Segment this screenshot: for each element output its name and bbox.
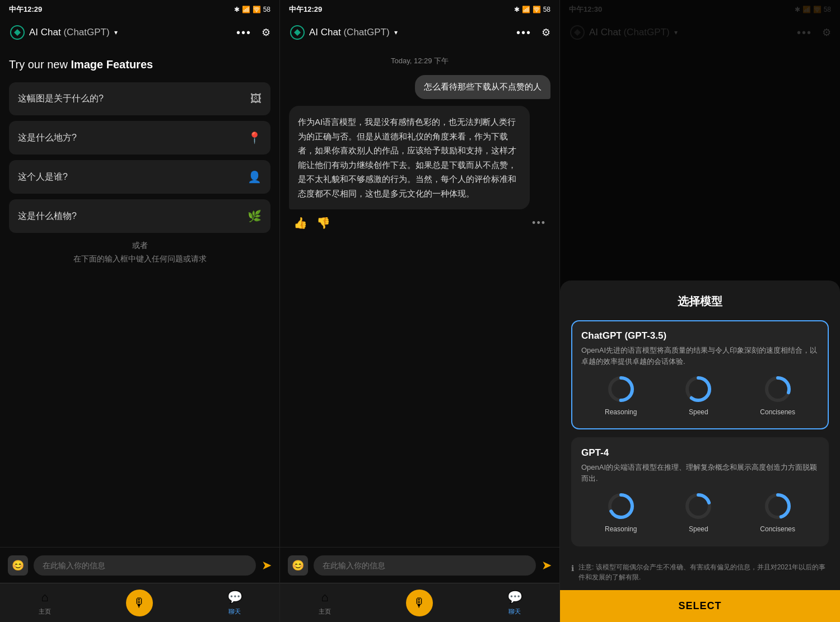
- reasoning-label-1: Reasoning: [605, 525, 637, 533]
- model-card-name-0: ChatGPT (GPT-3.5): [581, 330, 819, 342]
- model-card-desc-0: OpenAI先进的语言模型将高质量的结果与令人印象深刻的速度相结合，以卓越的效率…: [581, 345, 819, 367]
- chat-actions: 👍 👎 •••: [289, 214, 550, 232]
- feature-button-0[interactable]: 这幅图是关于什么的? 🖼: [9, 82, 270, 115]
- model-card-gpt4[interactable]: GPT-4 OpenAI的尖端语言模型在推理、理解复杂概念和展示高度创造力方面脱…: [571, 437, 829, 546]
- dropdown-arrow-1[interactable]: ▾: [114, 29, 118, 36]
- input-row-2: 😊 ➤: [280, 547, 559, 583]
- status-bar-2: 中午12:29 ✱ 📶 🛜 58: [280, 0, 559, 18]
- center-icon-1: 🎙: [126, 590, 153, 616]
- input-avatar-1[interactable]: 😊: [8, 555, 28, 576]
- app-header-1: AI Chat (ChatGPT) ▾ ••• ⚙: [0, 18, 279, 47]
- panel-2: 中午12:29 ✱ 📶 🛜 58 AI Chat (ChatGPT) ▾ •••…: [280, 0, 560, 622]
- model-metrics-0: Reasoning Speed: [581, 375, 819, 416]
- bottom-nav-2: ⌂ 主页 🎙 💬 聊天: [280, 583, 559, 622]
- more-button-1[interactable]: •••: [236, 26, 251, 39]
- status-bar-1: 中午12:29 ✱ 📶 🛜 58: [0, 0, 279, 18]
- model-card-name-1: GPT-4: [581, 447, 819, 459]
- nav-center-2[interactable]: 🎙: [406, 590, 433, 616]
- feature-button-text-2: 这个人是谁?: [18, 171, 68, 183]
- model-metrics-1: Reasoning Speed: [581, 492, 819, 533]
- bluetooth-icon: ✱: [234, 6, 240, 13]
- nav-home-2[interactable]: ⌂ 主页: [317, 590, 333, 616]
- input-avatar-2[interactable]: 😊: [288, 555, 308, 576]
- metric-reasoning-1: Reasoning: [605, 492, 637, 533]
- user-message: 怎么看待那些下载从不点赞的人: [415, 75, 550, 99]
- settings-button-1[interactable]: ⚙: [262, 26, 270, 39]
- or-label: 或者: [9, 241, 270, 251]
- bluetooth-icon-2: ✱: [514, 6, 520, 13]
- feature-button-icon-3: 🌿: [248, 209, 262, 223]
- center-icon-2: 🎙: [406, 590, 433, 616]
- chat-input-1[interactable]: [34, 555, 256, 576]
- bottom-nav-1: ⌂ 主页 🎙 💬 聊天: [0, 583, 279, 622]
- concise-label-1: Concisenes: [760, 525, 795, 533]
- feature-button-text-3: 这是什么植物?: [18, 211, 77, 222]
- feature-button-2[interactable]: 这个人是谁? 👤: [9, 160, 270, 194]
- panel1-content: Try our new Image Features 这幅图是关于什么的? 🖼 …: [0, 47, 279, 547]
- app-logo-2: [289, 24, 306, 41]
- nav-home-1[interactable]: ⌂ 主页: [37, 590, 53, 616]
- metric-reasoning-0: Reasoning: [605, 375, 637, 416]
- model-card-gpt35[interactable]: ChatGPT (GPT-3.5) OpenAI先进的语言模型将高质量的结果与令…: [571, 320, 829, 429]
- nav-chat-2[interactable]: 💬 聊天: [507, 590, 522, 616]
- app-logo-1: [9, 24, 26, 41]
- send-button-2[interactable]: ➤: [542, 558, 552, 573]
- reasoning-circle-1: [606, 492, 636, 521]
- feature-button-3[interactable]: 这是什么植物? 🌿: [9, 199, 270, 233]
- nav-home-label-1: 主页: [39, 607, 51, 616]
- home-icon-1: ⌂: [37, 590, 53, 605]
- feature-button-text-1: 这是什么地方?: [18, 132, 77, 144]
- speed-label-0: Speed: [689, 408, 708, 416]
- status-icons-1: ✱ 📶 🛜 58: [234, 6, 270, 13]
- wifi-icon: 🛜: [253, 6, 261, 13]
- signal-icon-2: 📶: [522, 6, 530, 13]
- model-card-desc-1: OpenAI的尖端语言模型在推理、理解复杂概念和展示高度创造力方面脱颖而出.: [581, 462, 819, 484]
- input-row-1: 😊 ➤: [0, 547, 279, 583]
- chat-body: Today, 12:29 下午 怎么看待那些下载从不点赞的人 作为AI语言模型，…: [280, 47, 559, 547]
- feature-button-icon-1: 📍: [248, 131, 262, 144]
- metric-concise-0: Concisenes: [760, 375, 795, 416]
- send-button-1[interactable]: ➤: [262, 558, 272, 573]
- wifi-icon-2: 🛜: [533, 6, 541, 13]
- ai-message: 作为AI语言模型，我是没有感情色彩的，也无法判断人类行为的正确与否。但是从道德和…: [289, 106, 530, 209]
- select-button[interactable]: SELECT: [560, 590, 840, 622]
- feature-button-icon-0: 🖼: [250, 92, 262, 105]
- info-icon: ℹ: [571, 563, 574, 574]
- dropdown-arrow-2[interactable]: ▾: [394, 29, 398, 36]
- chat-input-2[interactable]: [314, 555, 536, 576]
- thumbs-down-button[interactable]: 👎: [316, 216, 330, 230]
- model-overlay: 选择模型 ChatGPT (GPT-3.5) OpenAI先进的语言模型将高质量…: [560, 0, 840, 622]
- header-title-2: AI Chat (ChatGPT): [309, 27, 390, 38]
- more-button-2[interactable]: •••: [516, 26, 531, 39]
- feature-button-icon-2: 👤: [248, 170, 262, 184]
- message-more-button[interactable]: •••: [532, 217, 546, 229]
- speed-circle-1: [684, 492, 713, 521]
- or-hint: 在下面的输入框中键入任何问题或请求: [9, 254, 270, 264]
- battery-label-2: 58: [543, 6, 550, 13]
- concise-circle-0: [763, 375, 792, 404]
- chat-date: Today, 12:29 下午: [289, 56, 550, 66]
- speed-label-1: Speed: [689, 525, 708, 533]
- thumbs-up-button[interactable]: 👍: [293, 216, 307, 230]
- nav-chat-label-2: 聊天: [508, 607, 521, 616]
- settings-button-2[interactable]: ⚙: [542, 26, 550, 39]
- reasoning-label-0: Reasoning: [605, 408, 637, 416]
- panel-1: 中午12:29 ✱ 📶 🛜 58 AI Chat (ChatGPT) ▾ •••…: [0, 0, 280, 622]
- nav-chat-1[interactable]: 💬 聊天: [227, 590, 242, 616]
- model-disclaimer: ℹ 注意: 该模型可能偶尔会产生不准确、有害或有偏见的信息，并且对2021年以后…: [571, 554, 829, 590]
- battery-label: 58: [263, 6, 270, 13]
- feature-button-1[interactable]: 这是什么地方? 📍: [9, 121, 270, 155]
- status-time-2: 中午12:29: [289, 4, 322, 15]
- metric-speed-0: Speed: [684, 375, 713, 416]
- home-icon-2: ⌂: [317, 590, 333, 605]
- chat-icon-1: 💬: [227, 590, 242, 605]
- panel-3: 中午12:30 ✱ 📶 🛜 58 AI Chat (ChatGPT) ▾ •••…: [560, 0, 840, 622]
- app-header-2: AI Chat (ChatGPT) ▾ ••• ⚙: [280, 18, 559, 47]
- signal-icon: 📶: [242, 6, 250, 13]
- nav-center-1[interactable]: 🎙: [126, 590, 153, 616]
- header-title-1: AI Chat (ChatGPT): [29, 27, 110, 38]
- chat-icon-2: 💬: [507, 590, 522, 605]
- nav-home-label-2: 主页: [319, 607, 331, 616]
- reasoning-circle-0: [606, 375, 636, 404]
- image-features-title: Try our new Image Features: [9, 58, 270, 71]
